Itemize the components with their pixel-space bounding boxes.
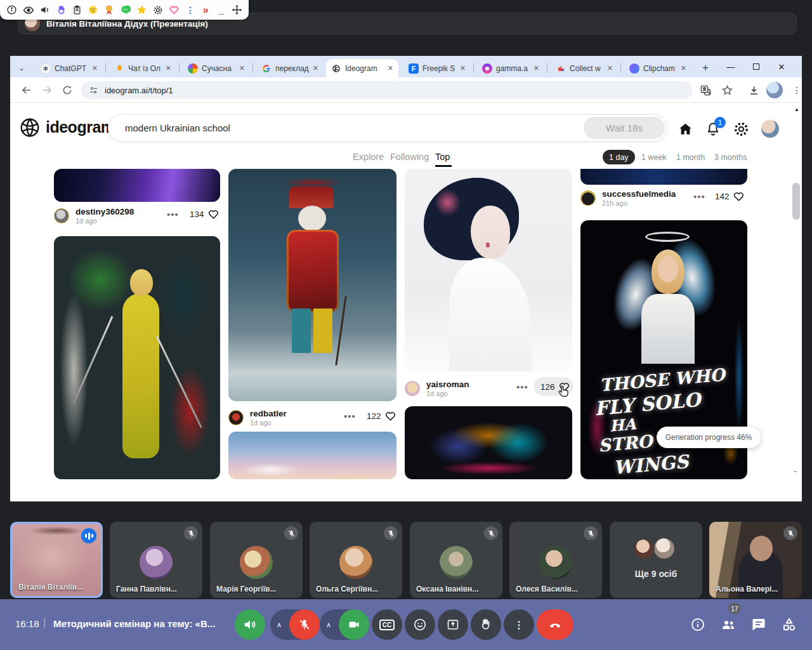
tab-close-icon[interactable]: ✕ bbox=[239, 64, 245, 72]
user-avatar[interactable] bbox=[54, 208, 69, 223]
username[interactable]: redbatler bbox=[250, 409, 287, 418]
participant-tile[interactable]: Марія Георгіїв... bbox=[210, 522, 303, 598]
translate-icon[interactable] bbox=[698, 83, 713, 98]
speaker-button[interactable] bbox=[235, 609, 265, 640]
participant-tile[interactable]: Ольга Сергіївн... bbox=[310, 522, 402, 598]
ideogram-logo-icon[interactable] bbox=[19, 117, 41, 138]
medal-icon[interactable] bbox=[104, 4, 114, 16]
tab-ideogram-active[interactable]: Ideogram ✕ bbox=[326, 59, 398, 77]
speaker-icon[interactable] bbox=[40, 4, 51, 16]
participant-tile-video[interactable]: Альона Валері... bbox=[709, 522, 802, 598]
tab-top[interactable]: Top bbox=[435, 152, 450, 162]
tab-close-icon[interactable]: ✕ bbox=[313, 64, 318, 72]
tab-pereklad[interactable]: переклад ✕ bbox=[256, 59, 324, 77]
image-bird-dandy[interactable] bbox=[228, 169, 396, 401]
username[interactable]: destiny360298 bbox=[75, 207, 134, 216]
reactions-button[interactable] bbox=[405, 609, 435, 640]
meeting-details-icon[interactable] bbox=[690, 617, 705, 632]
camera-chevron-icon[interactable]: ∧ bbox=[320, 621, 337, 629]
tab-close-icon[interactable]: ✕ bbox=[388, 64, 393, 72]
tab-search-chevron-icon[interactable]: ⌄ bbox=[15, 62, 28, 74]
like-button[interactable]: 122 bbox=[367, 410, 396, 422]
captions-button[interactable]: CC bbox=[372, 609, 402, 640]
scroll-down-arrow-icon[interactable]: ⌄ bbox=[793, 467, 799, 474]
eye-icon[interactable] bbox=[23, 4, 34, 16]
image-thumbnail[interactable] bbox=[580, 169, 747, 185]
username[interactable]: yaisroman bbox=[426, 380, 469, 389]
more-options-icon[interactable]: ••• bbox=[693, 191, 705, 202]
filter-1month[interactable]: 1 month bbox=[670, 150, 711, 164]
mic-chevron-icon[interactable]: ∧ bbox=[270, 621, 288, 629]
mic-muted-button[interactable] bbox=[289, 609, 320, 640]
browser-profile-avatar[interactable] bbox=[766, 82, 783, 98]
home-icon[interactable] bbox=[678, 121, 694, 138]
raised-hand-icon[interactable] bbox=[56, 4, 67, 16]
window-close-button[interactable]: ✕ bbox=[770, 58, 793, 75]
like-button[interactable]: 134 bbox=[190, 208, 219, 220]
heart-icon[interactable] bbox=[169, 4, 180, 16]
settings-gear-icon[interactable] bbox=[733, 121, 750, 138]
tab-gamma[interactable]: gamma.a ✕ bbox=[477, 59, 544, 77]
tab-close-icon[interactable]: ✕ bbox=[460, 64, 466, 72]
user-avatar[interactable] bbox=[405, 381, 420, 396]
info-icon[interactable] bbox=[6, 4, 17, 16]
end-call-button[interactable] bbox=[537, 609, 573, 640]
ideogram-brand[interactable]: ideogram bbox=[46, 118, 115, 136]
filter-3months[interactable]: 3 months bbox=[708, 150, 753, 164]
image-blue-hair-portrait[interactable] bbox=[405, 169, 572, 371]
tab-clipchamp[interactable]: Clipcham ✕ bbox=[624, 59, 691, 77]
image-sky-clouds[interactable] bbox=[228, 432, 396, 479]
username[interactable]: successfuelmedia bbox=[602, 189, 676, 199]
collapse-icon[interactable]: » bbox=[201, 4, 211, 16]
more-options-icon[interactable]: ••• bbox=[167, 209, 179, 220]
image-dark-splash[interactable] bbox=[405, 406, 572, 479]
tab-suchasna[interactable]: Сучасна ✕ bbox=[183, 59, 250, 77]
user-avatar[interactable] bbox=[580, 190, 596, 206]
browser-menu-icon[interactable]: ⋮ bbox=[789, 83, 802, 98]
filter-1day[interactable]: 1 day bbox=[603, 150, 635, 164]
chat-icon[interactable] bbox=[120, 4, 131, 16]
participant-tile-speaking[interactable]: Віталія Віталіїв... bbox=[10, 522, 103, 598]
download-icon[interactable] bbox=[746, 83, 761, 98]
gear-icon[interactable] bbox=[153, 4, 163, 16]
back-icon[interactable] bbox=[19, 83, 34, 98]
like-button[interactable]: 142 bbox=[715, 190, 745, 202]
raise-hand-button[interactable] bbox=[471, 609, 501, 640]
url-bar[interactable]: ideogram.ai/t/top/1 bbox=[81, 81, 693, 99]
bookmark-star-icon[interactable] bbox=[719, 83, 735, 98]
scrollbar-thumb[interactable] bbox=[792, 183, 800, 220]
participant-tile[interactable]: Оксана Іванівн... bbox=[410, 522, 502, 598]
minimize-icon[interactable]: _ bbox=[216, 4, 226, 16]
image-thumbnail[interactable] bbox=[54, 169, 220, 202]
filter-1week[interactable]: 1 week bbox=[635, 150, 673, 164]
scroll-up-arrow-icon[interactable]: ▲ bbox=[794, 107, 799, 112]
tab-chatgpt[interactable]: ChatGPT ✕ bbox=[36, 59, 103, 77]
image-yellow-warrior[interactable] bbox=[54, 236, 220, 479]
participant-tile[interactable]: Ганна Павлівн... bbox=[110, 522, 202, 598]
smiley-icon[interactable] bbox=[88, 4, 98, 16]
people-panel-icon[interactable] bbox=[721, 617, 736, 632]
chat-panel-icon[interactable] bbox=[751, 617, 766, 632]
tab-collect[interactable]: Collect w ✕ bbox=[551, 59, 618, 77]
present-button[interactable] bbox=[438, 609, 468, 640]
tab-close-icon[interactable]: ✕ bbox=[92, 64, 98, 72]
more-options-icon[interactable]: ••• bbox=[344, 411, 356, 421]
notifications-bell-icon[interactable]: 1 bbox=[705, 121, 722, 138]
more-options-icon[interactable]: ••• bbox=[516, 381, 528, 392]
more-options-button[interactable]: ⋮ bbox=[504, 609, 534, 640]
tab-freepik[interactable]: F Freepik S ✕ bbox=[403, 59, 471, 77]
overflow-participants-tile[interactable]: Ще 9 осіб bbox=[610, 522, 702, 598]
tab-close-icon[interactable]: ✕ bbox=[534, 64, 539, 72]
search-bar[interactable]: Wait 18s bbox=[108, 114, 667, 142]
tab-close-icon[interactable]: ✕ bbox=[607, 64, 613, 72]
window-restore-button[interactable] bbox=[745, 58, 768, 75]
star-icon[interactable] bbox=[136, 4, 147, 16]
tab-close-icon[interactable]: ✕ bbox=[166, 64, 171, 72]
move-handle-icon[interactable] bbox=[232, 4, 242, 16]
forward-icon[interactable] bbox=[39, 83, 55, 98]
new-tab-button[interactable]: + bbox=[698, 60, 713, 76]
window-minimize-button[interactable]: — bbox=[719, 58, 742, 75]
tab-chat[interactable]: Чат із Ол ✕ bbox=[109, 59, 176, 77]
wait-button[interactable]: Wait 18s bbox=[584, 117, 665, 139]
reload-icon[interactable] bbox=[60, 83, 75, 98]
